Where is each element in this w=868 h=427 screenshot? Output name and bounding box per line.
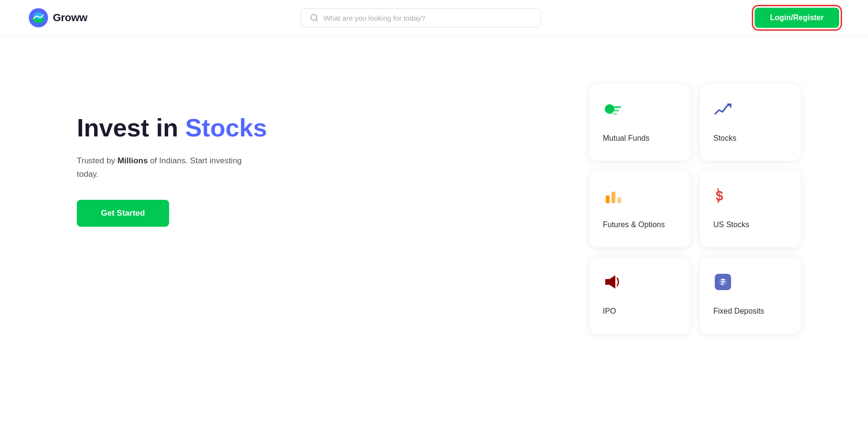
logo-icon [29, 8, 48, 27]
svg-rect-21 [721, 283, 723, 285]
svg-rect-6 [612, 106, 621, 108]
futures-options-icon [603, 186, 622, 205]
svg-rect-11 [617, 197, 621, 203]
svg-line-4 [316, 19, 318, 21]
search-bar[interactable] [301, 8, 541, 27]
search-icon [310, 13, 318, 22]
futures-options-card[interactable]: Futures & Options [589, 171, 690, 247]
search-input[interactable] [323, 14, 532, 22]
main-content: Invest in Stocks Trusted by Millions of … [0, 36, 868, 353]
svg-text:$: $ [716, 188, 723, 203]
svg-rect-20 [721, 281, 725, 283]
us-stocks-label: US Stocks [713, 220, 749, 229]
stocks-card[interactable]: Stocks [700, 84, 801, 161]
product-cards-grid: Mutual Funds Stocks Futures & Options [589, 74, 801, 334]
svg-rect-7 [612, 110, 619, 111]
mutual-funds-icon [603, 99, 622, 119]
logo-text: Groww [53, 12, 87, 24]
svg-rect-8 [612, 113, 617, 115]
mutual-funds-label: Mutual Funds [603, 134, 649, 143]
us-stocks-icon: $ [713, 186, 733, 205]
svg-point-2 [34, 12, 43, 19]
ipo-label: IPO [603, 307, 616, 316]
mutual-funds-card[interactable]: Mutual Funds [589, 84, 690, 161]
stocks-icon [713, 99, 733, 119]
stocks-label: Stocks [713, 134, 736, 143]
fixed-deposits-card[interactable]: Fixed Deposits [700, 257, 801, 334]
hero-section: Invest in Stocks Trusted by Millions of … [77, 74, 589, 227]
svg-rect-10 [611, 192, 615, 203]
futures-options-label: Futures & Options [603, 220, 665, 229]
hero-title: Invest in Stocks [77, 113, 589, 143]
us-stocks-card[interactable]: $ US Stocks [700, 171, 801, 247]
login-register-button[interactable]: Login/Register [755, 8, 839, 28]
ipo-card[interactable]: IPO [589, 257, 690, 334]
hero-subtitle: Trusted by Millions of Indians. Start in… [77, 154, 259, 180]
get-started-button[interactable]: Get Started [77, 200, 169, 227]
fixed-deposits-label: Fixed Deposits [713, 307, 764, 316]
svg-marker-15 [606, 275, 615, 289]
svg-rect-9 [606, 195, 610, 203]
header: Groww Login/Register [0, 0, 868, 36]
logo[interactable]: Groww [29, 8, 87, 27]
svg-point-5 [605, 104, 614, 114]
fixed-deposits-icon [713, 272, 733, 292]
svg-rect-19 [721, 279, 725, 281]
ipo-icon [603, 272, 622, 292]
